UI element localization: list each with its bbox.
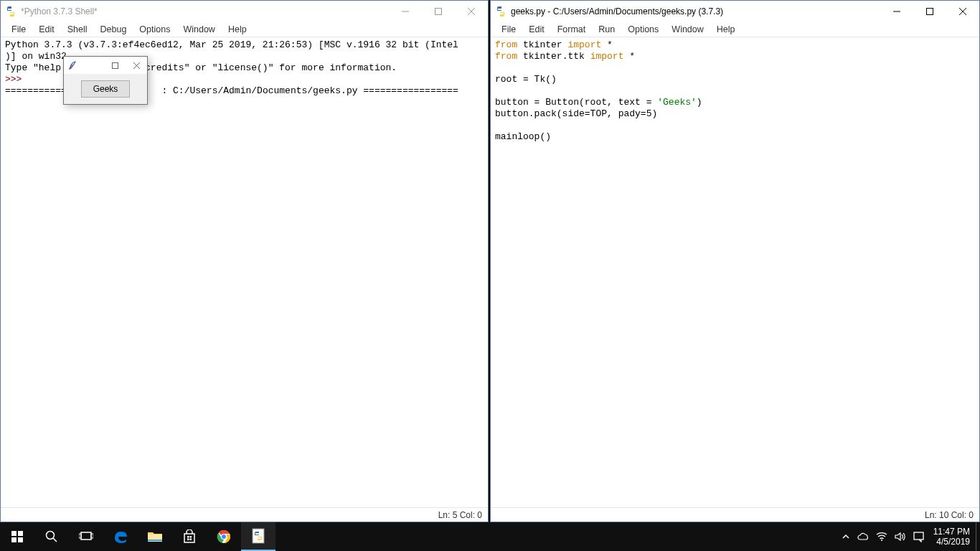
tray-chevron-icon[interactable]	[838, 532, 854, 541]
kw-from: from	[495, 51, 517, 62]
editor-content[interactable]: from tkinter import * from tkinter.ttk i…	[491, 37, 979, 507]
tray-time: 11:47 PM	[933, 527, 970, 537]
svg-point-20	[881, 540, 882, 541]
file-explorer-icon[interactable]	[138, 522, 172, 551]
code-text: *	[623, 51, 635, 62]
tray-notifications-icon[interactable]	[910, 532, 928, 542]
idle-taskbar-icon[interactable]	[241, 522, 275, 551]
menu-window[interactable]: Window	[665, 23, 710, 36]
tray-clock[interactable]: 11:47 PM 4/5/2019	[928, 527, 976, 547]
code-text: *	[601, 39, 613, 50]
taskbar: 11:47 PM 4/5/2019	[0, 522, 980, 551]
menu-help[interactable]: Help	[222, 23, 253, 36]
system-tray: 11:47 PM 4/5/2019	[838, 522, 980, 551]
editor-status-pos: Ln: 10 Col: 0	[925, 510, 974, 520]
shell-line-3a: Type "help	[5, 62, 61, 73]
maximize-button[interactable]	[422, 1, 455, 22]
svg-rect-13	[190, 536, 192, 538]
minimize-button[interactable]	[880, 1, 913, 22]
editor-title: geeks.py - C:/Users/Admin/Documents/geek…	[511, 6, 880, 17]
menu-shell[interactable]: Shell	[61, 23, 94, 36]
svg-rect-15	[190, 539, 192, 541]
tk-titlebar[interactable]	[64, 57, 147, 74]
editor-menubar: File Edit Format Run Options Window Help	[491, 22, 979, 37]
kw-import: import	[567, 39, 601, 50]
shell-title: *Python 3.7.3 Shell*	[21, 6, 389, 17]
store-icon[interactable]	[172, 522, 207, 551]
svg-rect-6	[18, 537, 23, 542]
code-line-9: mainloop()	[495, 131, 551, 142]
shell-line-2: )] on win32	[5, 51, 67, 62]
tk-body: Geeks	[64, 74, 147, 104]
kw-from: from	[495, 39, 517, 50]
string-literal: 'Geeks'	[657, 97, 697, 108]
svg-rect-8	[81, 532, 91, 540]
minimize-button[interactable]	[389, 1, 422, 22]
edge-icon[interactable]	[103, 522, 138, 551]
code-line-6a: button = Button(root, text =	[495, 97, 657, 108]
shell-window-controls	[389, 1, 488, 22]
code-text: tkinter	[517, 39, 567, 50]
editor-titlebar[interactable]: geeks.py - C:/Users/Admin/Documents/geek…	[491, 1, 979, 22]
code-line-4: root = Tk()	[495, 74, 557, 85]
menu-edit[interactable]: Edit	[32, 23, 61, 36]
shell-statusbar: Ln: 5 Col: 0	[1, 507, 488, 522]
maximize-button[interactable]	[913, 1, 946, 22]
menu-help[interactable]: Help	[710, 23, 742, 36]
show-desktop-button[interactable]	[976, 522, 980, 551]
svg-rect-5	[11, 537, 17, 542]
menu-options[interactable]: Options	[621, 23, 665, 36]
tray-onedrive-icon[interactable]	[854, 532, 872, 541]
python-idle-icon	[495, 6, 507, 17]
menu-format[interactable]: Format	[551, 23, 593, 36]
start-button[interactable]	[0, 522, 34, 551]
kw-import: import	[590, 51, 624, 62]
svg-rect-14	[187, 539, 189, 541]
chrome-icon[interactable]	[207, 522, 241, 551]
svg-rect-11	[148, 540, 162, 541]
svg-rect-19	[253, 529, 264, 543]
menu-edit[interactable]: Edit	[522, 23, 551, 36]
svg-rect-10	[91, 534, 93, 538]
tray-date: 4/5/2019	[933, 537, 970, 547]
menu-options[interactable]: Options	[133, 23, 176, 36]
shell-restart-b: : C:/Users/Admin/Documents/geeks.py ====…	[161, 85, 458, 96]
tk-controls	[104, 57, 147, 73]
menu-run[interactable]: Run	[592, 23, 621, 36]
close-button[interactable]	[946, 1, 979, 22]
svg-rect-0	[435, 9, 442, 15]
shell-status-pos: Ln: 5 Col: 0	[438, 510, 482, 520]
tkinter-app-window[interactable]: Geeks	[63, 56, 148, 105]
svg-point-7	[47, 532, 55, 540]
shell-content[interactable]: Python 3.7.3 (v3.7.3:ef4ec6ed12, Mar 25 …	[1, 37, 488, 507]
shell-line-1: Python 3.7.3 (v3.7.3:ef4ec6ed12, Mar 25 …	[5, 39, 458, 50]
editor-statusbar: Ln: 10 Col: 0	[491, 507, 979, 522]
tk-close-button[interactable]	[126, 57, 147, 73]
search-icon[interactable]	[34, 522, 69, 551]
geeks-button[interactable]: Geeks	[81, 80, 131, 98]
svg-rect-12	[187, 536, 189, 538]
shell-prompt: >>>	[5, 74, 22, 85]
menu-window[interactable]: Window	[176, 23, 221, 36]
shell-line-3b: "credits" or "license()" for more inform…	[139, 62, 397, 73]
tray-wifi-icon[interactable]	[872, 532, 891, 542]
taskview-icon[interactable]	[69, 522, 103, 551]
svg-rect-3	[11, 531, 17, 536]
svg-rect-2	[927, 9, 933, 15]
menu-debug[interactable]: Debug	[94, 23, 133, 36]
svg-rect-1	[112, 62, 118, 68]
editor-window-controls	[880, 1, 979, 22]
close-button[interactable]	[455, 1, 488, 22]
shell-titlebar[interactable]: *Python 3.7.3 Shell*	[1, 1, 488, 22]
python-idle-icon	[5, 6, 17, 17]
svg-rect-21	[914, 532, 923, 540]
tk-feather-icon	[67, 60, 78, 71]
menu-file[interactable]: File	[495, 23, 522, 36]
editor-window: geeks.py - C:/Users/Admin/Documents/geek…	[490, 0, 980, 522]
code-line-6b: )	[697, 97, 702, 108]
tray-volume-icon[interactable]	[891, 532, 910, 542]
shell-menubar: File Edit Shell Debug Options Window Hel…	[1, 22, 488, 37]
code-line-7: button.pack(side=TOP, pady=5)	[495, 108, 657, 119]
tk-maximize-button[interactable]	[104, 57, 126, 73]
menu-file[interactable]: File	[5, 23, 32, 36]
